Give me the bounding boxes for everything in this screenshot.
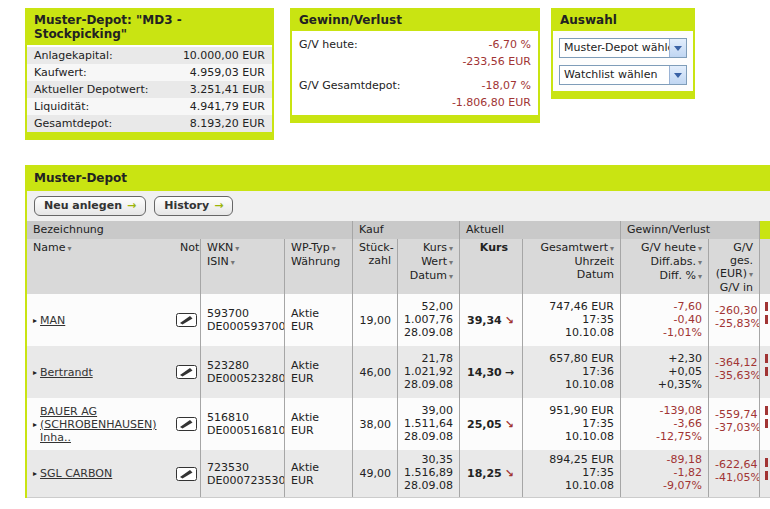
- summary-label: Kaufwert:: [34, 64, 87, 81]
- col-header-gv-heute[interactable]: G/V heute▾Diff.abs.▾Diff. %▾: [620, 239, 708, 294]
- musterdepot-select-value: Muster-Depot wähler: [560, 39, 669, 57]
- depot-summary-panel: Muster-Depot: "MD3 - Stockpicking" Anlag…: [25, 8, 274, 140]
- summary-label: Liquidität:: [34, 98, 89, 115]
- watchlist-select[interactable]: Watchlist wählen: [559, 65, 687, 85]
- group-header-gewinn-verlust: Gewinn/Verlust: [620, 221, 759, 239]
- gesamtwert-cell: 951,90 EUR17:3510.10.08: [522, 398, 620, 450]
- col-header-kauf-kurs[interactable]: Kurs▾Wert▾Datum▾: [397, 239, 459, 294]
- summary-row: Liquidität:4.941,79 EUR: [27, 98, 272, 115]
- sort-down-icon: ▾: [332, 244, 336, 253]
- history-button[interactable]: History→: [154, 196, 233, 216]
- summary-value: 10.000,00 EUR: [183, 47, 265, 64]
- sort-down-icon: ▾: [67, 244, 71, 253]
- panel-footer-strip: [27, 132, 272, 140]
- note-edit-icon: [176, 467, 197, 481]
- note-edit-icon: [176, 417, 197, 431]
- trend-right-icon: →: [505, 366, 514, 379]
- stock-link[interactable]: SGL CARBON: [40, 467, 112, 480]
- summary-label: Anlagekapital:: [34, 47, 113, 64]
- depot-summary-title: Muster-Depot: "MD3 - Stockpicking": [27, 8, 272, 45]
- table-row-name[interactable]: ▸MAN: [27, 294, 174, 346]
- panel-footer-strip: [292, 115, 538, 123]
- sort-down-icon: ▾: [235, 244, 239, 253]
- gv-today-eur: -233,56 EUR: [462, 53, 531, 70]
- note-cell[interactable]: [174, 450, 200, 497]
- sort-down-icon: ▾: [231, 258, 235, 267]
- stock-link[interactable]: MAN: [40, 314, 65, 327]
- table-row-name[interactable]: ▸SGL CARBON: [27, 450, 174, 497]
- chevron-down-icon[interactable]: [669, 39, 686, 57]
- kurs-cell: 18,25↘: [459, 450, 522, 497]
- col-header-wkn-isin[interactable]: WKN▾ISIN▾: [200, 239, 284, 294]
- gv-heute-cell: +2,30+0,05+0,35%: [620, 346, 708, 398]
- stueckzahl-cell: 46,00: [352, 346, 397, 398]
- col-header-name[interactable]: Name▾: [27, 239, 174, 294]
- cutoff-actions-cell[interactable]: [759, 450, 770, 497]
- sort-down-icon: ▾: [698, 244, 702, 253]
- note-edit-icon: [176, 365, 197, 379]
- note-cell[interactable]: [174, 398, 200, 450]
- sort-down-icon: ▾: [698, 272, 702, 281]
- group-header-aktuell: Aktuell: [459, 221, 620, 239]
- profit-loss-panel: Gewinn/Verlust G/V heute:-6,70 % -233,56…: [290, 8, 540, 123]
- wptyp-cell: AktieEUR: [284, 450, 352, 497]
- sort-down-icon: ▾: [449, 244, 453, 253]
- gv-today-label: G/V heute:: [299, 36, 358, 53]
- wptyp-cell: AktieEUR: [284, 346, 352, 398]
- note-cell[interactable]: [174, 346, 200, 398]
- gv-heute-cell: -7,60-0,40-1,01%: [620, 294, 708, 346]
- arrow-right-icon: →: [127, 199, 136, 212]
- wkn-isin-cell: 523280DE0005232805: [200, 346, 284, 398]
- wptyp-cell: AktieEUR: [284, 398, 352, 450]
- col-header-notiz: Notiz: [174, 239, 200, 294]
- cutoff-actions-cell[interactable]: [759, 346, 770, 398]
- col-header-wptyp[interactable]: WP-Typ▾Währung: [284, 239, 352, 294]
- col-header-stueckzahl: Stück-zahl: [352, 239, 397, 294]
- summary-label: Gesamtdepot:: [34, 115, 112, 132]
- note-cell[interactable]: [174, 294, 200, 346]
- expand-icon: ▸: [33, 314, 37, 327]
- summary-row: Anlagekapital:10.000,00 EUR: [27, 47, 272, 64]
- musterdepot-select[interactable]: Muster-Depot wähler: [559, 38, 687, 58]
- stueckzahl-cell: 38,00: [352, 398, 397, 450]
- summary-row: Aktueller Depotwert:3.251,41 EUR: [27, 81, 272, 98]
- summary-value: 4.941,79 EUR: [190, 98, 265, 115]
- gv-today-block: G/V heute:-6,70 % -233,56 EUR: [292, 33, 538, 74]
- depot-table-section: Muster-Depot Neu anlegen→ History→ Bezei…: [25, 165, 770, 498]
- summary-label: Aktueller Depotwert:: [34, 81, 148, 98]
- profit-loss-title: Gewinn/Verlust: [292, 8, 538, 31]
- depot-table-title: Muster-Depot: [27, 165, 770, 191]
- trend-down-icon: ↘: [505, 314, 514, 327]
- gv-total-block: G/V Gesamtdepot:-18,07 % -1.806,80 EUR: [292, 74, 538, 115]
- kauf-cell: 39,001.511,6428.09.08: [397, 398, 459, 450]
- trend-down-icon: ↘: [505, 418, 514, 431]
- cutoff-actions-cell[interactable]: [759, 294, 770, 346]
- stock-link[interactable]: Bertrandt: [40, 366, 93, 379]
- stueckzahl-cell: 49,00: [352, 450, 397, 497]
- sort-down-icon: ▾: [749, 270, 753, 279]
- gv-ges-cell: -622,64-41,05%: [708, 450, 759, 497]
- new-entry-button[interactable]: Neu anlegen→: [34, 196, 146, 216]
- table-row-name[interactable]: ▸BAUER AG (SCHROBENHAUSEN) Inha..: [27, 398, 174, 450]
- gv-heute-cell: -89,18-1,82-9,07%: [620, 450, 708, 497]
- wkn-isin-cell: 593700DE0005937007: [200, 294, 284, 346]
- kurs-cell: 14,30→: [459, 346, 522, 398]
- sort-down-icon: ▾: [610, 244, 614, 253]
- gv-ges-cell: -364,12-35,63%: [708, 346, 759, 398]
- wkn-isin-cell: 723530DE0007235301: [200, 450, 284, 497]
- chevron-down-icon[interactable]: [669, 66, 686, 84]
- sort-down-icon: ▾: [698, 258, 702, 267]
- trend-down-icon: ↘: [505, 467, 514, 480]
- table-row-name[interactable]: ▸Bertrandt: [27, 346, 174, 398]
- col-header-gv-ges[interactable]: G/V ges.(EUR)▾G/V in %▲: [708, 239, 759, 294]
- summary-row: Kaufwert:4.959,03 EUR: [27, 64, 272, 81]
- stock-link[interactable]: BAUER AG (SCHROBENHAUSEN) Inha..: [40, 405, 168, 444]
- wkn-isin-cell: 516810DE0005168108: [200, 398, 284, 450]
- cutoff-actions-cell[interactable]: [759, 398, 770, 450]
- gv-ges-cell: -260,30-25,83%: [708, 294, 759, 346]
- expand-icon: ▸: [33, 467, 37, 480]
- gesamtwert-cell: 894,25 EUR17:3510.10.08: [522, 450, 620, 497]
- kauf-cell: 30,351.516,8928.09.08: [397, 450, 459, 497]
- col-header-gesamtwert[interactable]: Gesamtwert▾UhrzeitDatum: [522, 239, 620, 294]
- col-header-cutoff: [759, 239, 770, 294]
